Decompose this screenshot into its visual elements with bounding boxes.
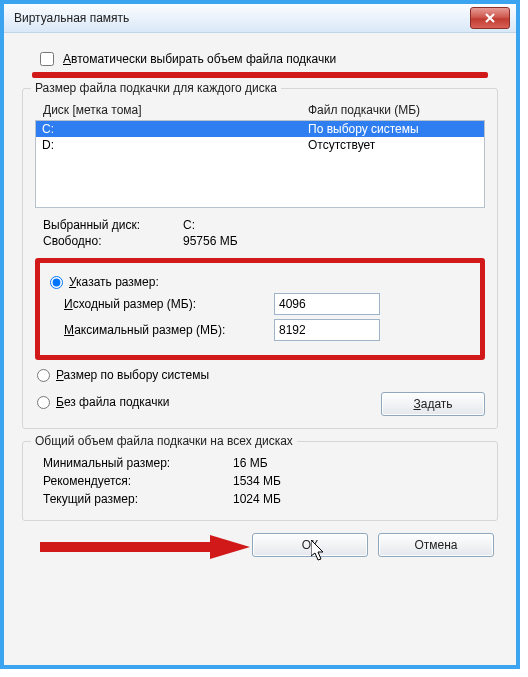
- ok-button[interactable]: ОК: [252, 533, 368, 557]
- min-size-label: Минимальный размер:: [43, 456, 233, 470]
- radio-no-pagefile[interactable]: [37, 396, 50, 409]
- drive-cell: D:: [42, 138, 308, 152]
- header-pagefile: Файл подкачки (МБ): [308, 103, 483, 117]
- drive-cell: C:: [42, 122, 308, 136]
- drive-row[interactable]: D: Отсутствует: [36, 137, 484, 153]
- radio-custom-size[interactable]: [50, 276, 63, 289]
- svg-marker-1: [210, 535, 250, 559]
- auto-manage-label: Автоматически выбирать объем файла подка…: [63, 52, 336, 66]
- dialog-content: Автоматически выбирать объем файла подка…: [4, 33, 516, 571]
- close-button[interactable]: [470, 7, 510, 29]
- maximum-size-input[interactable]: [274, 319, 380, 341]
- set-button[interactable]: Задать: [381, 392, 485, 416]
- dialog-button-row: ОК Отмена: [22, 533, 498, 557]
- recommended-value: 1534 МБ: [233, 474, 281, 488]
- maximum-size-label: Максимальный размер (МБ):: [64, 323, 274, 337]
- radio-system-managed-label: Размер по выбору системы: [56, 368, 209, 382]
- current-size-label: Текущий размер:: [43, 492, 233, 506]
- pagefile-cell: Отсутствует: [308, 138, 478, 152]
- header-drive: Диск [метка тома]: [43, 103, 308, 117]
- min-size-value: 16 МБ: [233, 456, 268, 470]
- recommended-label: Рекомендуется:: [43, 474, 233, 488]
- selected-drive-value: C:: [183, 218, 195, 232]
- radio-custom-size-label: Указать размер:: [69, 275, 159, 289]
- annotation-arrow: [40, 535, 250, 559]
- pagefile-cell: По выбору системы: [308, 122, 478, 136]
- cancel-button[interactable]: Отмена: [378, 533, 494, 557]
- drive-row[interactable]: C: По выбору системы: [36, 121, 484, 137]
- radio-system-managed[interactable]: [37, 369, 50, 382]
- group-per-disk: Размер файла подкачки для каждого диска …: [22, 88, 498, 429]
- group-per-disk-legend: Размер файла подкачки для каждого диска: [31, 81, 281, 95]
- group-total: Общий объем файла подкачки на всех диска…: [22, 441, 498, 521]
- titlebar: Виртуальная память: [4, 4, 516, 33]
- svg-rect-0: [40, 542, 210, 552]
- dialog-window: ironfriends.ru Виртуальная память Автома…: [0, 0, 520, 669]
- group-total-legend: Общий объем файла подкачки на всех диска…: [31, 434, 297, 448]
- auto-manage-checkbox[interactable]: [40, 52, 54, 66]
- window-title: Виртуальная память: [14, 11, 129, 25]
- initial-size-label: Исходный размер (МБ):: [64, 297, 274, 311]
- annotation-box: Указать размер: Исходный размер (МБ): Ма…: [35, 258, 485, 360]
- radio-no-pagefile-label: Без файла подкачки: [56, 395, 169, 409]
- drive-list-headers: Диск [метка тома] Файл подкачки (МБ): [43, 103, 483, 117]
- initial-size-input[interactable]: [274, 293, 380, 315]
- selected-drive-label: Выбранный диск:: [43, 218, 183, 232]
- close-icon: [485, 13, 495, 23]
- free-space-label: Свободно:: [43, 234, 183, 248]
- drive-list[interactable]: C: По выбору системы D: Отсутствует: [35, 120, 485, 208]
- annotation-underline: [32, 72, 488, 78]
- current-size-value: 1024 МБ: [233, 492, 281, 506]
- free-space-value: 95756 МБ: [183, 234, 238, 248]
